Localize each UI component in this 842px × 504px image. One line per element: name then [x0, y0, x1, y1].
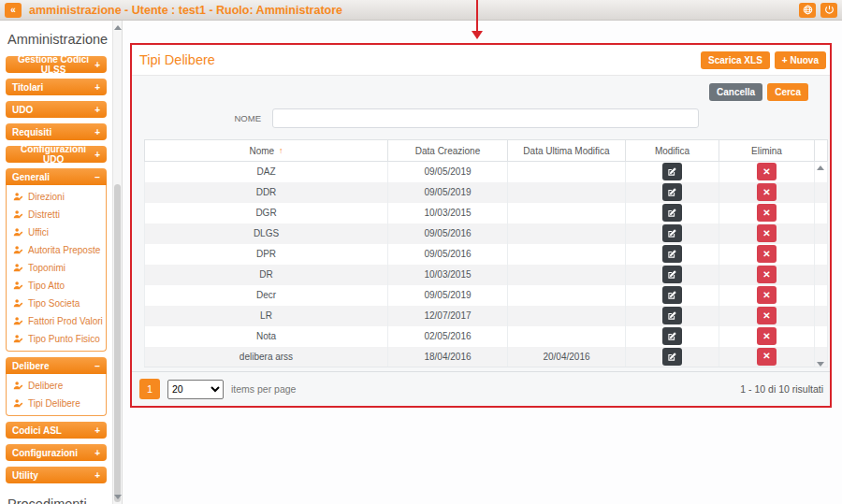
- edit-button[interactable]: [662, 327, 682, 345]
- pencil-square-icon: [667, 331, 677, 341]
- edit-button[interactable]: [662, 224, 682, 242]
- delete-button[interactable]: ✕: [757, 266, 777, 283]
- sidebar-item-utility[interactable]: Utility +: [6, 467, 107, 483]
- edit-button[interactable]: [662, 348, 682, 366]
- sidebar-item-uffici[interactable]: Uffici: [7, 223, 106, 241]
- sidebar-item-configurazioni-udo[interactable]: Configurazioni UDO +: [6, 146, 107, 163]
- cell-data-ultima-modifica: 20/04/2016: [508, 347, 626, 367]
- logout-button[interactable]: [820, 3, 837, 18]
- power-icon: [824, 5, 835, 15]
- cell-nome: DLGS: [145, 223, 388, 244]
- delete-button[interactable]: ✕: [757, 286, 777, 304]
- edit-button[interactable]: [662, 163, 682, 180]
- x-icon: ✕: [762, 352, 770, 361]
- edit-button[interactable]: [662, 183, 682, 201]
- page-1-button[interactable]: 1: [139, 379, 160, 399]
- sidebar-item-autorita-preposte[interactable]: Autorita Preposte: [7, 241, 106, 259]
- clear-button[interactable]: Cancella: [709, 83, 762, 101]
- sidebar-item-codici-asl[interactable]: Codici ASL +: [6, 422, 107, 439]
- delete-button[interactable]: ✕: [757, 327, 777, 345]
- cell-data-ultima-modifica: [508, 162, 626, 182]
- x-icon: ✕: [762, 291, 770, 300]
- sidebar-item-tipi-delibere[interactable]: Tipi Delibere: [7, 395, 106, 412]
- user-icon: [13, 209, 23, 220]
- sidebar-item-gestione-codici-ulss[interactable]: Gestione Codici ULSS +: [6, 56, 107, 73]
- cell-data-creazione: 10/03/2015: [388, 265, 508, 285]
- edit-button[interactable]: [662, 286, 682, 304]
- sidebar-collapse-button[interactable]: «: [5, 3, 22, 18]
- globe-button[interactable]: [799, 3, 816, 18]
- pencil-square-icon: [667, 290, 677, 300]
- sidebar-item-distretti[interactable]: Distretti: [7, 206, 106, 223]
- delete-button[interactable]: ✕: [757, 183, 777, 201]
- x-icon: ✕: [762, 311, 770, 321]
- sidebar-scrollbar[interactable]: [112, 21, 123, 504]
- sidebar-item-tipo-punto-fisico[interactable]: Tipo Punto Fisico: [7, 330, 106, 348]
- edit-button[interactable]: [662, 266, 682, 283]
- items-per-page-label: items per page: [231, 383, 296, 395]
- cell-nome: DAZ: [145, 162, 388, 182]
- search-form: Cancella Cerca NOME: [132, 76, 831, 139]
- sidebar-item-tipo-societa[interactable]: Tipo Societa: [7, 295, 106, 312]
- table-header-row: Nome↑ Data Creazione Data Ultima Modific…: [145, 140, 828, 162]
- column-header-data-creazione[interactable]: Data Creazione: [388, 140, 508, 162]
- scrollbar-thumb[interactable]: [114, 184, 121, 502]
- delete-button[interactable]: ✕: [757, 163, 777, 180]
- table-scroll-up-icon[interactable]: [817, 166, 824, 170]
- delete-button[interactable]: ✕: [757, 224, 777, 242]
- expand-icon: +: [94, 82, 100, 93]
- sidebar-item-fattori-prod-valori[interactable]: Fattori Prod Valori: [7, 312, 106, 330]
- expand-icon: +: [94, 425, 100, 436]
- pencil-square-icon: [667, 187, 677, 197]
- edit-button[interactable]: [662, 204, 682, 222]
- delete-button[interactable]: ✕: [757, 245, 777, 263]
- pencil-square-icon: [667, 352, 677, 362]
- user-icon: [13, 381, 23, 391]
- cell-nome: Decr: [145, 285, 388, 306]
- sidebar-item-configurazioni[interactable]: Configurazioni +: [6, 444, 107, 461]
- sidebar-item-titolari[interactable]: Titolari +: [6, 79, 107, 95]
- user-icon: [13, 316, 23, 326]
- sidebar-item-generali[interactable]: Generali −: [6, 168, 107, 185]
- scroll-up-icon[interactable]: [114, 25, 122, 30]
- new-button[interactable]: + Nuova: [775, 51, 826, 69]
- delete-button[interactable]: ✕: [757, 348, 777, 366]
- x-icon: ✕: [762, 229, 770, 238]
- sidebar: Amministrazione Gestione Codici ULSS + T…: [0, 21, 112, 504]
- expand-icon: +: [94, 105, 100, 115]
- edit-button[interactable]: [662, 245, 682, 263]
- topbar: « amministrazione - Utente : test1 - Ruo…: [0, 0, 842, 21]
- x-icon: ✕: [762, 209, 770, 218]
- page-size-select[interactable]: 20: [167, 380, 224, 399]
- delete-button[interactable]: ✕: [757, 307, 777, 324]
- nome-input[interactable]: [272, 108, 699, 128]
- table-row: DLGS 09/05/2016 ✕: [145, 223, 828, 244]
- expand-icon: +: [94, 150, 100, 160]
- edit-button[interactable]: [662, 307, 682, 324]
- export-xls-button[interactable]: Scarica XLS: [701, 51, 770, 69]
- sidebar-item-toponimi[interactable]: Toponimi: [7, 259, 106, 277]
- pencil-square-icon: [667, 208, 677, 218]
- globe-icon: [803, 5, 813, 15]
- sidebar-item-udo[interactable]: UDO +: [6, 101, 107, 118]
- search-button[interactable]: Cerca: [767, 83, 808, 101]
- sidebar-item-direzioni[interactable]: Direzioni: [7, 188, 106, 206]
- sidebar-group-generali: Generali − Direzioni Distretti Uffici: [6, 168, 107, 352]
- user-icon: [13, 281, 23, 291]
- cell-data-ultima-modifica: [508, 285, 626, 306]
- delete-button[interactable]: ✕: [757, 204, 777, 222]
- sidebar-item-delibere[interactable]: Delibere −: [6, 357, 107, 374]
- results-count-label: 1 - 10 di 10 risultati: [740, 383, 823, 395]
- table-row: Decr 09/05/2019 ✕: [145, 285, 828, 306]
- table-scroll-down-icon[interactable]: [817, 362, 824, 367]
- column-header-scroll: [815, 140, 828, 162]
- column-header-data-ultima-modifica[interactable]: Data Ultima Modifica: [508, 140, 626, 162]
- panel-body: Cancella Cerca NOME: [132, 76, 831, 406]
- cell-data-creazione: 09/05/2016: [388, 223, 508, 244]
- scroll-down-icon[interactable]: [114, 495, 122, 499]
- column-header-nome[interactable]: Nome↑: [145, 140, 388, 162]
- sidebar-item-requisiti[interactable]: Requisiti +: [6, 123, 107, 140]
- sidebar-item-tipo-atto[interactable]: Tipo Atto: [7, 277, 106, 295]
- sidebar-item-delibere-sub[interactable]: Delibere: [7, 377, 106, 395]
- table-row: Nota 02/05/2016 ✕: [145, 326, 828, 347]
